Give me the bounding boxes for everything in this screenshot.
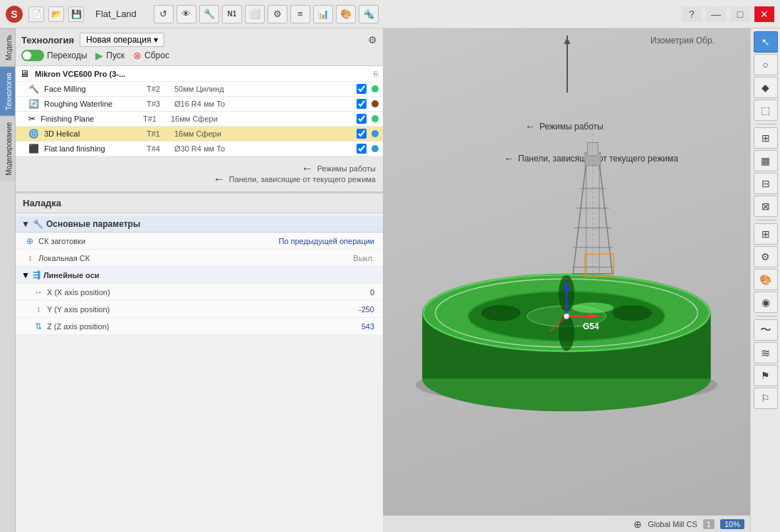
op-cb-3d-helical[interactable] bbox=[357, 129, 367, 139]
rt-palette-btn[interactable]: 🎨 bbox=[754, 269, 778, 290]
titlebar-right: ? — □ ✕ bbox=[682, 6, 774, 22]
op-t-roughing: T#3 bbox=[147, 100, 172, 108]
coord-sys-label: Global Mill CS bbox=[648, 520, 697, 528]
op-tool-roughing: Ø16 R4 мм То bbox=[174, 100, 354, 108]
toolbar-machine[interactable]: 🔩 bbox=[359, 5, 379, 23]
rt-diamond-btn[interactable]: ◆ bbox=[754, 77, 778, 98]
svg-point-21 bbox=[564, 314, 569, 319]
linear-axes-label: Линейные оси bbox=[43, 271, 100, 280]
param-y-name: Y (Y axis position) bbox=[47, 305, 359, 314]
local-icon: ↕ bbox=[24, 253, 36, 263]
app-title: Flat_Land bbox=[95, 9, 137, 19]
rt-cursor-btn[interactable]: ↖ bbox=[754, 31, 778, 53]
param-z-value[interactable]: 543 bbox=[362, 322, 374, 331]
op-t-3d-helical: T#1 bbox=[147, 129, 172, 138]
rt-sphere-btn[interactable]: ○ bbox=[754, 54, 778, 75]
viewport[interactable]: Изометрия Обр. ← Режимы работы ← Панели,… bbox=[383, 28, 750, 532]
toggle-switch[interactable] bbox=[21, 50, 44, 61]
tab-modeling[interactable]: Моделирование bbox=[0, 116, 15, 181]
op-name-flat-land: Flat land finishing bbox=[44, 144, 144, 153]
op-row-3d-helical[interactable]: 🌀 3D Helical T#1 16мм Сфери bbox=[16, 127, 383, 142]
toolbar-refresh[interactable]: ↺ bbox=[154, 5, 174, 23]
new-operation-button[interactable]: Новая операция ▾ bbox=[80, 33, 164, 47]
rt-flag1-btn[interactable]: ⚑ bbox=[754, 365, 778, 386]
op-row-flat-land[interactable]: ⬛ Flat land finishing T#4 Ø30 R4 мм То bbox=[16, 142, 383, 156]
param-sk-name: СК заготовки bbox=[38, 237, 278, 245]
titlebar-file-icons: 📄 📂 💾 bbox=[28, 6, 84, 22]
rt-render2-btn[interactable]: ◉ bbox=[754, 292, 778, 313]
param-local-value[interactable]: Выкл. bbox=[353, 254, 374, 262]
new-file-button[interactable]: 📄 bbox=[28, 6, 44, 22]
transitions-toggle[interactable]: Переходы bbox=[21, 50, 87, 61]
param-z-name: Z (Z axis position) bbox=[47, 322, 362, 331]
finishing-icon: ✂ bbox=[28, 114, 36, 124]
bottom-panel-header: Наладка bbox=[16, 193, 383, 213]
param-sk-value[interactable]: По предыдущей операции bbox=[278, 237, 374, 245]
disc-container: G54 bbox=[383, 110, 750, 451]
toolbar-parts[interactable]: ⚙ bbox=[268, 5, 288, 23]
rt-view1-btn[interactable]: ⊞ bbox=[754, 127, 778, 149]
op-cb-finishing-plane[interactable] bbox=[357, 114, 367, 124]
op-status-roughing bbox=[371, 100, 379, 107]
machine-icon: 🖥 bbox=[20, 68, 29, 79]
middle-title-label: Технология bbox=[21, 35, 74, 46]
op-cb-roughing[interactable] bbox=[357, 99, 367, 109]
reset-button[interactable]: ⊗ Сброс bbox=[133, 50, 169, 61]
rt-layers-btn[interactable]: ⬚ bbox=[754, 100, 778, 121]
middle-header-left: Технология Новая операция ▾ bbox=[21, 33, 164, 47]
toolbar-plane[interactable]: ⬜ bbox=[245, 5, 265, 23]
op-cb-face-milling[interactable] bbox=[357, 84, 367, 94]
save-file-button[interactable]: 💾 bbox=[68, 6, 84, 22]
app-logo[interactable]: S bbox=[6, 6, 23, 23]
param-local-name: Локальная СК bbox=[38, 254, 353, 262]
run-button[interactable]: ▶ Пуск bbox=[95, 50, 125, 61]
op-row-roughing[interactable]: 🔄 Roughing Waterline T#3 Ø16 R4 мм То bbox=[16, 97, 383, 112]
toolbar-render[interactable]: 🎨 bbox=[336, 5, 356, 23]
middle-content: Технология Новая операция ▾ ⚙ Переходы bbox=[16, 28, 383, 532]
op-name-finishing-plane: Finishing Plane bbox=[41, 115, 140, 123]
coord-icon: ⊕ bbox=[24, 236, 36, 246]
param-x-value[interactable]: 0 bbox=[370, 288, 374, 297]
rt-wavy1-btn[interactable]: 〜 bbox=[754, 319, 778, 341]
minimize-button[interactable]: — bbox=[706, 6, 726, 22]
rt-view2-btn[interactable]: ▦ bbox=[754, 150, 778, 171]
run-label: Пуск bbox=[106, 50, 125, 60]
toolbar-tool[interactable]: 🔧 bbox=[199, 5, 219, 23]
x-icon: ↔ bbox=[33, 287, 44, 297]
rt-settings2-btn[interactable]: ⚙ bbox=[754, 246, 778, 267]
rt-view3-btn[interactable]: ⊟ bbox=[754, 173, 778, 194]
rt-flag2-btn[interactable]: ⚐ bbox=[754, 388, 778, 409]
op-name-machine: Mikron VCE600 Pro (3-... bbox=[35, 70, 135, 78]
open-file-button[interactable]: 📂 bbox=[48, 6, 64, 22]
svg-point-12 bbox=[613, 305, 652, 321]
maximize-button[interactable]: □ bbox=[730, 6, 750, 22]
main-toolbar: ↺ 👁 🔧 N1 ⬜ ⚙ ≡ 📊 🎨 🔩 bbox=[154, 5, 676, 23]
toolbar-layers[interactable]: ≡ bbox=[290, 5, 310, 23]
toolbar-view[interactable]: 👁 bbox=[176, 5, 196, 23]
play-icon: ▶ bbox=[95, 50, 103, 61]
op-row-face-milling[interactable]: 🔨 Face Milling T#2 50мм Цилинд bbox=[16, 82, 383, 97]
panels-arrow: ← bbox=[214, 173, 225, 186]
toolbar-simulate[interactable]: 📊 bbox=[313, 5, 333, 23]
op-tool-flat-land: Ø30 R4 мм То bbox=[174, 144, 354, 153]
op-row-machine[interactable]: 🖥 Mikron VCE600 Pro (3-... ⎘ bbox=[16, 66, 383, 82]
linear-axes-header[interactable]: ▼ ⇶ Линейные оси bbox=[16, 267, 383, 284]
op-cb-flat-land[interactable] bbox=[357, 144, 367, 154]
rt-grid-btn[interactable]: ⊞ bbox=[754, 223, 778, 245]
main-section-header[interactable]: ▼ 🔧 Основные параметры bbox=[16, 216, 383, 233]
rt-view4-btn[interactable]: ⊠ bbox=[754, 196, 778, 217]
param-y-value[interactable]: -250 bbox=[359, 305, 374, 314]
svg-point-14 bbox=[559, 314, 574, 351]
params-section: ▼ 🔧 Основные параметры ⊕ СК заготовки По… bbox=[16, 213, 383, 532]
tab-model[interactable]: Модель bbox=[0, 28, 15, 66]
help-button[interactable]: ? bbox=[682, 6, 702, 22]
op-row-finishing-plane[interactable]: ✂ Finishing Plane T#1 16мм Сфери bbox=[16, 112, 383, 127]
op-status-face-milling bbox=[371, 85, 379, 92]
close-button[interactable]: ✕ bbox=[754, 6, 774, 22]
rt-wavy2-btn[interactable]: ≋ bbox=[754, 342, 778, 363]
op-name-3d-helical: 3D Helical bbox=[44, 129, 144, 138]
toolbar-n1[interactable]: N1 bbox=[222, 5, 242, 23]
settings-icon[interactable]: ⚙ bbox=[368, 34, 377, 46]
tab-technology[interactable]: Технология bbox=[0, 66, 15, 116]
viewport-label: Изометрия Обр. bbox=[650, 36, 715, 46]
